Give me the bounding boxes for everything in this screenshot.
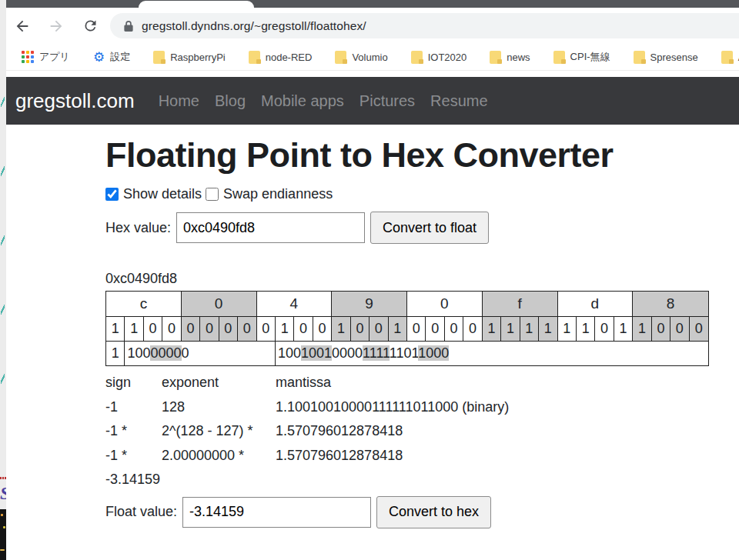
bit-segment: 1111 <box>363 345 390 361</box>
hex-digit-cell: f <box>483 292 558 316</box>
hex-digit-cell: 0 <box>407 292 483 316</box>
address-bar[interactable]: gregstoll.dyndns.org/~gregstoll/floattoh… <box>110 13 739 38</box>
refresh-icon <box>82 18 99 34</box>
bit-cell: 0 <box>219 317 238 341</box>
folder-icon <box>153 51 165 64</box>
bookmark-item[interactable]: news <box>490 51 530 64</box>
bookmark-item[interactable]: CPI-無線 <box>553 50 610 64</box>
bit-cell: 1 <box>106 317 125 341</box>
folder-icon <box>721 51 733 64</box>
bookmark-label: RaspberryPi <box>170 52 226 63</box>
bookmark-item[interactable]: node-RED <box>249 51 313 64</box>
site-brand[interactable]: gregstoll.com <box>15 89 135 113</box>
site-links: HomeBlogMobile appsPicturesResume <box>159 92 488 110</box>
breakdown-cell: -1 * <box>105 444 162 468</box>
site-link-home[interactable]: Home <box>159 92 199 110</box>
forward-button[interactable] <box>46 16 66 36</box>
bit-cell: 0 <box>144 317 162 341</box>
url-text[interactable]: gregstoll.dyndns.org/~gregstoll/floattoh… <box>142 19 366 33</box>
bookmark-label: CPI-無線 <box>570 50 610 64</box>
bit-cell: 0 <box>238 317 256 341</box>
bit-cell: 0 <box>445 317 463 341</box>
bookmark-label: アプリ <box>39 50 70 64</box>
float-form: Float value: Convert to hex <box>105 496 739 528</box>
active-tab[interactable] <box>139 1 254 8</box>
float-value-label: Float value: <box>105 504 177 520</box>
desktop-edge: S <box>0 0 6 560</box>
checkbox-swap-endianness[interactable] <box>206 188 219 201</box>
bit-cell: 0 <box>463 317 482 341</box>
breakdown-cell: 128 <box>162 395 276 420</box>
hex-value-input[interactable] <box>176 212 365 243</box>
bit-cell: 0 <box>351 317 370 341</box>
hex-echo: 0xc0490fd8 <box>105 271 739 287</box>
forward-arrow-icon <box>48 18 65 35</box>
exponent-bits-cell: 10000000 <box>125 342 276 365</box>
bookmark-item[interactable]: ⚙設定 <box>93 50 130 64</box>
page-title: Floating Point to Hex Converter <box>105 134 739 177</box>
bit-segment: 0 <box>182 345 189 361</box>
bit-cell: 0 <box>162 317 181 341</box>
bit-cell: 1 <box>483 317 501 341</box>
breakdown-cell: 1.10010010000111111011000 (binary) <box>276 395 739 420</box>
bit-cell: 1 <box>614 317 633 341</box>
bookmark-label: node-RED <box>266 52 313 63</box>
bookmark-item[interactable]: アプリ <box>22 50 70 64</box>
option-label: Show details <box>123 186 202 202</box>
folder-icon <box>553 51 565 64</box>
bit-cell: 1 <box>276 317 294 341</box>
float-value-input[interactable] <box>182 497 371 528</box>
hex-digit-cell: 4 <box>257 292 333 316</box>
hex-digit-row: c0490fd8 <box>106 292 708 317</box>
bookmarks-bar: アプリ⚙設定RaspberryPinode-REDVolumioIOT2020n… <box>6 44 739 71</box>
apps-grid-icon <box>22 51 34 63</box>
browser-toolbar: gregstoll.dyndns.org/~gregstoll/floattoh… <box>6 8 739 44</box>
bookmark-item[interactable]: Volumio <box>335 51 387 64</box>
bit-cell: 1 <box>501 317 520 341</box>
folder-icon <box>411 51 423 64</box>
site-link-mobile-apps[interactable]: Mobile apps <box>261 92 344 110</box>
convert-to-hex-button[interactable]: Convert to hex <box>376 496 491 528</box>
bit-segment: 1001 <box>301 345 332 361</box>
hex-digit-cell: 9 <box>332 292 407 316</box>
bookmark-item[interactable]: Ardui <box>721 51 739 64</box>
bookmark-label: IOT2020 <box>428 52 467 63</box>
bit-cell: 0 <box>652 317 670 341</box>
main-content: Floating Point to Hex Converter Show det… <box>6 125 739 528</box>
folder-icon <box>249 51 260 64</box>
bookmark-item[interactable]: IOT2020 <box>411 51 467 64</box>
breakdown-cell: 2.00000000 * <box>162 444 276 468</box>
bookmark-label: Volumio <box>352 52 387 63</box>
bit-segment: 1000 <box>418 345 449 361</box>
breakdown-cell: 1.570796012878418 <box>276 444 739 468</box>
option-show-details: Show details <box>105 186 202 202</box>
bit-cell: 0 <box>595 317 614 341</box>
bit-cell: 1 <box>125 317 143 341</box>
bit-cell: 1 <box>633 317 651 341</box>
checkbox-show-details[interactable] <box>105 188 119 201</box>
bit-cell: 1 <box>577 317 595 341</box>
gear-icon: ⚙ <box>93 51 105 64</box>
back-button[interactable] <box>12 16 32 36</box>
bit-cell: 0 <box>370 317 388 341</box>
folder-icon <box>335 51 346 64</box>
bit-cell: 0 <box>407 317 426 341</box>
bit-cell: 0 <box>182 317 200 341</box>
bit-segment: 0000 <box>332 345 363 361</box>
site-link-blog[interactable]: Blog <box>215 92 246 110</box>
option-swap-endianness: Swap endianness <box>206 186 333 202</box>
convert-to-float-button[interactable]: Convert to float <box>370 212 489 244</box>
site-link-pictures[interactable]: Pictures <box>359 92 415 110</box>
bookmark-item[interactable]: RaspberryPi <box>153 51 226 64</box>
bit-cell: 0 <box>426 317 444 341</box>
refresh-button[interactable] <box>80 16 100 36</box>
site-link-resume[interactable]: Resume <box>430 92 487 110</box>
bookmark-item[interactable]: Spresense <box>634 51 698 64</box>
sign-bit-cell: 1 <box>106 342 125 365</box>
bit-cell: 0 <box>200 317 219 341</box>
bit-segment: 100 <box>127 345 150 361</box>
bit-cell: 0 <box>257 317 276 341</box>
lock-icon[interactable] <box>124 20 133 32</box>
bit-cell: 1 <box>539 317 557 341</box>
hex-value-label: Hex value: <box>105 220 171 236</box>
